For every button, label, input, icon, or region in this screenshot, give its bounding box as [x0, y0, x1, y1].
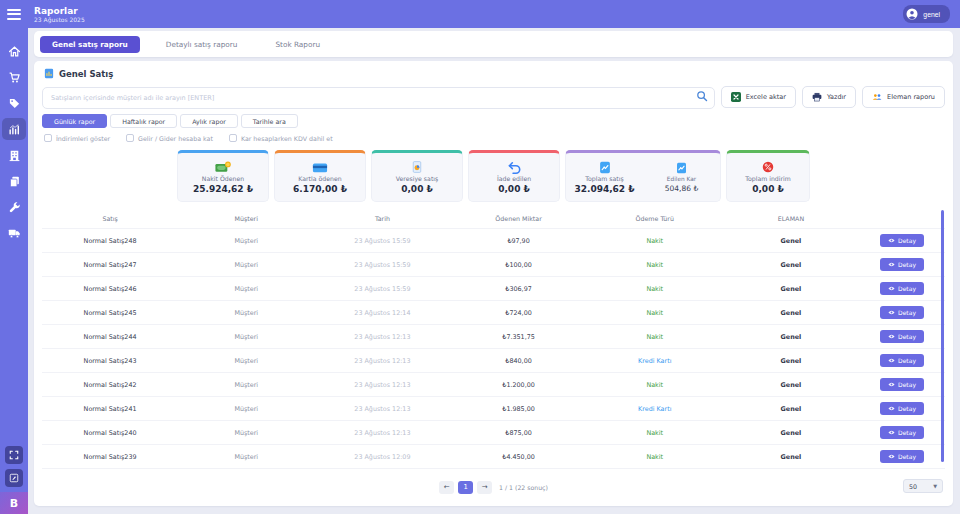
- detail-button-label: Detay: [898, 237, 916, 244]
- cell-amount: ₺97,90: [451, 237, 587, 245]
- detail-button[interactable]: Detay: [880, 306, 924, 319]
- detail-button[interactable]: Detay: [880, 450, 924, 463]
- table-row: Normal Satış247 Müşteri 23 Ağustos 15:59…: [42, 252, 945, 276]
- report-doc-icon: [44, 68, 54, 79]
- page-title: Raporlar: [34, 6, 85, 16]
- table-row: Normal Satış241 Müşteri 23 Ağustos 12:13…: [42, 396, 945, 420]
- cell-staff: Genel: [723, 261, 859, 269]
- cell-payment-type: Nakit: [587, 333, 723, 341]
- prev-page-button[interactable]: ←: [439, 481, 454, 494]
- card-label: Edilen Kar: [667, 176, 696, 182]
- detail-button[interactable]: Detay: [880, 354, 924, 367]
- detail-button[interactable]: Detay: [880, 258, 924, 271]
- people-icon: [872, 92, 882, 102]
- cell-sale-name: Normal Satış248: [42, 237, 178, 245]
- truck-icon: [8, 227, 21, 240]
- card-value: 0,00 ₺: [498, 184, 530, 194]
- cell-customer: Müşteri: [178, 261, 314, 269]
- cell-date: 23 Ağustos 15:59: [314, 261, 450, 269]
- eye-icon: [888, 454, 895, 459]
- eye-icon: [888, 286, 895, 291]
- cell-sale-name: Normal Satış240: [42, 429, 178, 437]
- sidebar-item-home[interactable]: [2, 40, 26, 62]
- card-value: 504,86 ₺: [665, 184, 698, 193]
- period-button[interactable]: Aylık rapor: [180, 114, 238, 128]
- cell-sale-name: Normal Satış243: [42, 357, 178, 365]
- next-page-button[interactable]: →: [477, 481, 492, 494]
- detail-button-label: Detay: [898, 333, 916, 340]
- search-input[interactable]: [42, 87, 715, 109]
- checkbox-box[interactable]: [126, 134, 134, 142]
- cell-sale-name: Normal Satış241: [42, 405, 178, 413]
- print-button[interactable]: Yazdır: [802, 86, 856, 108]
- staff-report-button[interactable]: Eleman raporu: [862, 86, 945, 108]
- card-value: 6.170,00 ₺: [293, 184, 347, 194]
- sidebar-item-documents[interactable]: [2, 170, 26, 192]
- cell-date: 23 Ağustos 12:13: [314, 405, 450, 413]
- cell-staff: Genel: [723, 453, 859, 461]
- page-size-select[interactable]: 50 ▼: [903, 479, 943, 493]
- detail-button[interactable]: Detay: [880, 402, 924, 415]
- tab-2[interactable]: Detaylı satış raporu: [154, 36, 250, 53]
- app-logo[interactable]: B: [0, 492, 28, 514]
- report-tabs: Genel satış raporuDetaylı satış raporuSt…: [34, 31, 953, 57]
- detail-button[interactable]: Detay: [880, 426, 924, 439]
- panel-title: Genel Satış: [59, 69, 113, 79]
- cell-date: 23 Ağustos 12:13: [314, 429, 450, 437]
- edit-button[interactable]: [5, 469, 23, 487]
- card-value: 25.924,62 ₺: [193, 184, 253, 194]
- sidebar-item-company[interactable]: [2, 144, 26, 166]
- tab-1[interactable]: Genel satış raporu: [40, 36, 140, 53]
- summary-card-credit-sale: Veresiye satış 0,00 ₺: [371, 150, 463, 202]
- period-button[interactable]: Günlük rapor: [42, 114, 107, 128]
- detail-button[interactable]: Detay: [880, 234, 924, 247]
- sidebar-item-products[interactable]: [2, 92, 26, 114]
- cell-staff: Genel: [723, 381, 859, 389]
- menu-toggle-icon[interactable]: [0, 0, 28, 28]
- period-button[interactable]: Haftalık rapor: [110, 114, 177, 128]
- cell-payment-type: Kredi Kartı: [587, 357, 723, 365]
- cell-payment-type: Nakit: [587, 285, 723, 293]
- filter-checkbox[interactable]: Gelir / Gider hesaba kat: [126, 134, 213, 142]
- eye-icon: [888, 406, 895, 411]
- sidebar-item-settings[interactable]: [2, 196, 26, 218]
- detail-button[interactable]: Detay: [880, 378, 924, 391]
- table-row: Normal Satış239 Müşteri 23 Ağustos 12:09…: [42, 444, 945, 468]
- summary-card-refund: İade edilen 0,00 ₺: [468, 150, 560, 202]
- export-excel-button[interactable]: Excele aktar: [721, 86, 796, 108]
- user-menu[interactable]: genel: [903, 5, 950, 23]
- card-label: Toplam indirim: [745, 175, 791, 182]
- checkbox-box[interactable]: [44, 134, 52, 142]
- fullscreen-button[interactable]: [5, 446, 23, 464]
- search-wrap: [42, 85, 715, 109]
- current-page-button[interactable]: 1: [458, 481, 473, 494]
- detail-button[interactable]: Detay: [880, 330, 924, 343]
- home-icon: [8, 45, 21, 58]
- tab-3[interactable]: Stok Raporu: [263, 36, 332, 53]
- sidebar-item-reports[interactable]: [2, 118, 26, 140]
- card-label: Nakit Ödenen: [202, 175, 244, 182]
- cell-customer: Müşteri: [178, 405, 314, 413]
- cell-date: 23 Ağustos 12:09: [314, 453, 450, 461]
- page-subtitle: 23 Ağustos 2025: [34, 16, 85, 23]
- main-area: Raporlar 23 Ağustos 2025 genel Genel sat…: [28, 0, 960, 514]
- table-row: Normal Satış246 Müşteri 23 Ağustos 15:59…: [42, 276, 945, 300]
- detail-button[interactable]: Detay: [880, 282, 924, 295]
- detail-button-label: Detay: [898, 309, 916, 316]
- sidebar-item-sales[interactable]: [2, 66, 26, 88]
- filter-checkbox[interactable]: İndirimleri göster: [44, 134, 110, 142]
- table-scrollbar[interactable]: [941, 210, 944, 462]
- building-icon: [8, 149, 21, 162]
- detail-button-label: Detay: [898, 285, 916, 292]
- sidebar-item-delivery[interactable]: [2, 222, 26, 244]
- checkbox-label: Kar hesaplarken KDV dahil et: [241, 135, 333, 142]
- checkbox-box[interactable]: [229, 134, 237, 142]
- search-icon[interactable]: [696, 90, 708, 102]
- export-excel-label: Excele aktar: [746, 93, 786, 101]
- detail-button-label: Detay: [898, 261, 916, 268]
- column-header: Ödeme Türü: [587, 215, 723, 222]
- cell-date: 23 Ağustos 12:14: [314, 309, 450, 317]
- filter-checkbox[interactable]: Kar hesaplarken KDV dahil et: [229, 134, 333, 142]
- period-button[interactable]: Tarihle ara: [241, 114, 298, 128]
- table-header: SatışMüşteriTarihÖdenen MiktarÖdeme Türü…: [42, 208, 945, 228]
